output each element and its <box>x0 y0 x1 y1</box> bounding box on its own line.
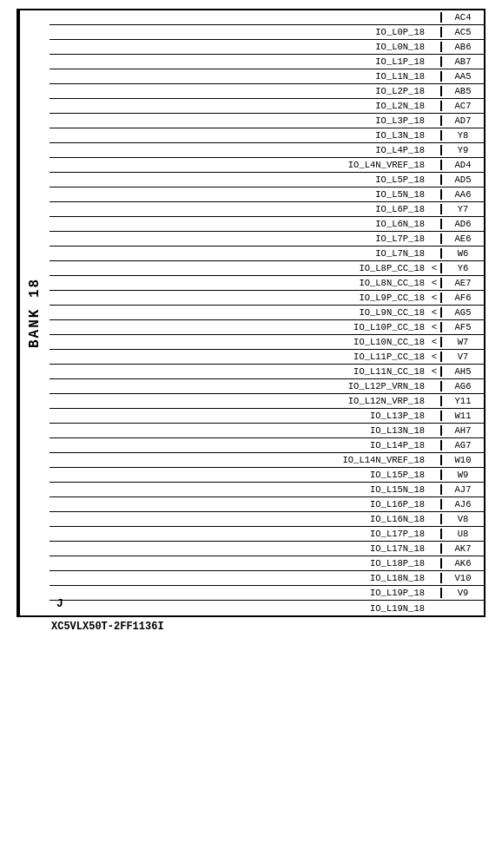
table-row: IO_L10N_CC_18<W7 <box>50 335 484 350</box>
pin-name: IO_L19N_18 <box>50 603 428 614</box>
table-row: IO_L9N_CC_18<AG5 <box>50 306 484 320</box>
j-label: J <box>56 597 63 610</box>
pin-code: U8 <box>440 529 484 539</box>
pin-name: IO_L17N_18 <box>50 543 428 554</box>
pin-name: IO_L0P_18 <box>50 27 428 37</box>
table-row: IO_L7N_18W6 <box>50 247 484 261</box>
pin-name: IO_L6P_18 <box>50 204 428 214</box>
table-row: IO_L19P_18V9 <box>50 586 484 601</box>
pin-code: AG5 <box>440 307 484 318</box>
table-row: IO_L17P_18U8 <box>50 527 484 542</box>
pin-name: IO_L19P_18 <box>50 588 428 598</box>
table-row: IO_L18P_18AK6 <box>50 556 484 571</box>
table-row: IO_L1P_18AB7 <box>50 55 484 69</box>
pin-code: AA5 <box>440 71 484 82</box>
table-row: IO_L14P_18AG7 <box>50 438 484 453</box>
pin-name: IO_L3P_18 <box>50 115 428 126</box>
table-row: IO_L18N_18V10 <box>50 571 484 586</box>
pin-code: AC7 <box>440 101 484 111</box>
pin-code: AB7 <box>440 56 484 67</box>
table-row: IO_L2P_18AB5 <box>50 84 484 99</box>
bank-label: BANK 18 <box>18 10 50 615</box>
pin-name: IO_L4P_18 <box>50 145 428 155</box>
pin-name: IO_L13P_18 <box>50 411 428 421</box>
table-row: IO_L8N_CC_18<AE7 <box>50 276 484 291</box>
pin-code: AE7 <box>440 278 484 288</box>
pin-code: V8 <box>440 514 484 524</box>
table-row: IO_L17N_18AK7 <box>50 542 484 556</box>
pin-code: AJ7 <box>440 484 484 495</box>
pin-name: IO_L5N_18 <box>50 189 428 200</box>
pin-code: AD6 <box>440 219 484 229</box>
pin-name: IO_L6N_18 <box>50 219 428 229</box>
pin-name: IO_L9P_CC_18 <box>50 293 428 303</box>
pin-code: Y7 <box>440 204 484 214</box>
pin-code: AF5 <box>440 322 484 332</box>
pin-name: IO_L11P_CC_18 <box>50 352 428 362</box>
table-row: IO_L14N_VREF_18W10 <box>50 453 484 468</box>
pin-code: AB5 <box>440 86 484 96</box>
pin-name: IO_L1N_18 <box>50 71 428 82</box>
pin-name: IO_L16N_18 <box>50 514 428 524</box>
table-row: IO_L1N_18AA5 <box>50 69 484 84</box>
pin-arrow: < <box>428 352 440 362</box>
pin-name: IO_L13N_18 <box>50 425 428 436</box>
pin-code: AJ6 <box>440 499 484 510</box>
content-area: AC4 IO_L0P_18AC5IO_L0N_18AB6IO_L1P_18AB7… <box>50 10 484 615</box>
pin-code: Y6 <box>440 263 484 273</box>
pin-arrow: < <box>428 307 440 318</box>
pin-name: IO_L3N_18 <box>50 130 428 141</box>
pin-code: AE6 <box>440 233 484 244</box>
table-row: IO_L8P_CC_18<Y6 <box>50 261 484 276</box>
pin-code: AC5 <box>440 27 484 37</box>
pin-code: AK6 <box>440 558 484 569</box>
pin-code: AK7 <box>440 543 484 554</box>
pin-code: V10 <box>440 573 484 583</box>
table-row: IO_L4N_VREF_18AD4 <box>50 158 484 173</box>
pin-name: IO_L16P_18 <box>50 499 428 510</box>
pin-name: IO_L14N_VREF_18 <box>50 455 428 465</box>
pin-name: IO_L11N_CC_18 <box>50 366 428 377</box>
pin-name: IO_L4N_VREF_18 <box>50 160 428 170</box>
pin-name: IO_L10P_CC_18 <box>50 322 428 332</box>
main-box: BANK 18 AC4 IO_L0P_18AC5IO_L0N_18AB6IO_L… <box>17 9 485 617</box>
table-row: IO_L3P_18AD7 <box>50 114 484 128</box>
table-row: IO_L13N_18AH7 <box>50 424 484 438</box>
pin-code: AD4 <box>440 160 484 170</box>
pin-name: IO_L10N_CC_18 <box>50 337 428 347</box>
pin-arrow: < <box>428 293 440 303</box>
pin-code: AD7 <box>440 115 484 126</box>
pin-code: W6 <box>440 248 484 259</box>
pin-code: Y11 <box>440 396 484 406</box>
table-row: IO_L19N_18 <box>50 601 484 615</box>
pin-name: IO_L12P_VRN_18 <box>50 381 428 391</box>
table-row: IO_L5N_18AA6 <box>50 187 484 202</box>
pin-code: W9 <box>440 470 484 480</box>
pin-code: W10 <box>440 455 484 465</box>
pin-name: IO_L8P_CC_18 <box>50 263 428 273</box>
pin-code: AA6 <box>440 189 484 200</box>
table-row: IO_L4P_18Y9 <box>50 143 484 158</box>
pin-code: AF6 <box>440 293 484 303</box>
pin-name: IO_L1P_18 <box>50 56 428 67</box>
pin-arrow: < <box>428 366 440 377</box>
pin-name: IO_L8N_CC_18 <box>50 278 428 288</box>
pin-name: IO_L5P_18 <box>50 174 428 185</box>
pin-code: V7 <box>440 352 484 362</box>
pin-code: AH5 <box>440 366 484 377</box>
pin-name: IO_L2N_18 <box>50 101 428 111</box>
pin-code: AB6 <box>440 42 484 52</box>
pin-name: IO_L17P_18 <box>50 529 428 539</box>
pin-name: IO_L7N_18 <box>50 248 428 259</box>
pin-arrow: < <box>428 322 440 332</box>
table-row: IO_L0P_18AC5 <box>50 25 484 40</box>
table-row: IO_L3N_18Y8 <box>50 128 484 143</box>
table-row: IO_L11P_CC_18<V7 <box>50 350 484 365</box>
table-row: IO_L9P_CC_18<AF6 <box>50 291 484 306</box>
pin-code: AG6 <box>440 381 484 391</box>
table-row: IO_L7P_18AE6 <box>50 232 484 247</box>
pin-code: W11 <box>440 411 484 421</box>
pin-row-top: AC4 <box>50 10 484 25</box>
table-row: IO_L2N_18AC7 <box>50 99 484 114</box>
outer-container: BANK 18 AC4 IO_L0P_18AC5IO_L0N_18AB6IO_L… <box>17 9 485 633</box>
